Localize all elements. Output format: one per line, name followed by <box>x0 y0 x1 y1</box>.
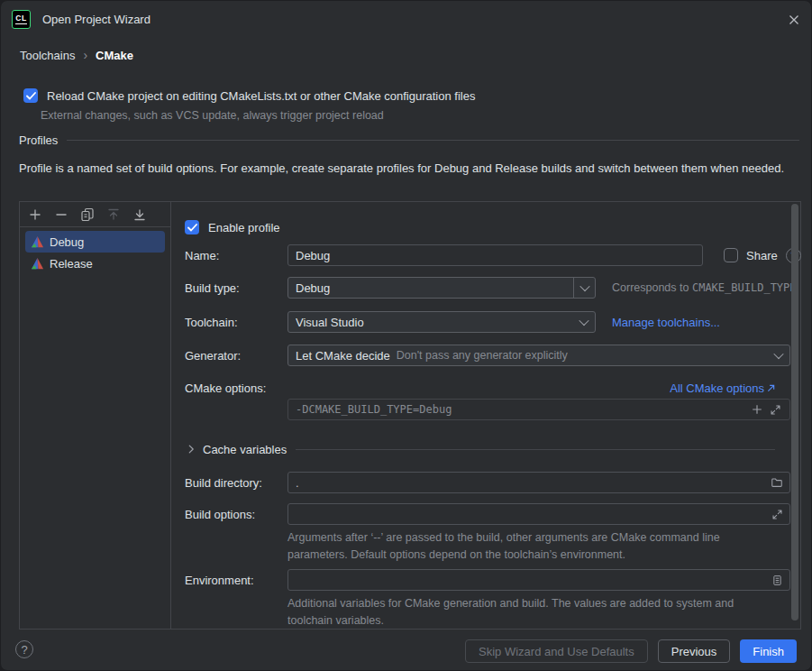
titlebar: CL Open Project Wizard <box>1 1 811 37</box>
share-group: Share ? <box>724 248 801 263</box>
generator-select[interactable]: Let CMake decide Don't pass any generato… <box>287 345 790 366</box>
skip-wizard-button[interactable]: Skip Wizard and Use Defaults <box>465 639 648 663</box>
cache-variables-row[interactable]: Cache variables <box>185 438 775 460</box>
build-options-label: Build options: <box>185 503 274 525</box>
enable-profile-label: Enable profile <box>208 221 280 234</box>
build-type-row: Build type: Debug Corresponds to CMAKE_B… <box>185 277 800 299</box>
reload-cmake-hint: External changes, such as VCS update, al… <box>41 109 384 122</box>
all-cmake-options-link[interactable]: All CMake options <box>670 381 775 395</box>
enable-profile-checkbox[interactable] <box>185 220 199 234</box>
profiles-group-divider <box>67 140 799 141</box>
add-profile-icon[interactable] <box>27 207 43 223</box>
build-options-hint: Arguments after ‘--’ are passed to the b… <box>287 529 743 564</box>
name-row: Name: Share ? <box>185 244 800 266</box>
environment-input[interactable] <box>287 569 790 591</box>
clion-logo-icon: CL <box>12 10 31 29</box>
external-link-icon <box>767 384 775 392</box>
open-project-wizard-dialog: CL Open Project Wizard Toolchains › CMak… <box>0 0 812 671</box>
environment-hint: Additional variables for CMake generatio… <box>287 595 743 630</box>
generator-label: Generator: <box>185 345 274 366</box>
build-directory-value: . <box>296 476 768 490</box>
build-options-input[interactable] <box>287 503 790 525</box>
expand-icon[interactable] <box>768 505 786 523</box>
clion-logo-text: CL <box>15 14 26 24</box>
manage-toolchains-link[interactable]: Manage toolchains... <box>612 316 720 329</box>
environment-row: Environment: <box>185 569 800 591</box>
finish-button[interactable]: Finish <box>740 639 797 663</box>
profile-item-label: Debug <box>50 235 84 249</box>
build-type-hint: Corresponds to CMAKE_BUILD_TYPE <box>612 281 797 294</box>
close-icon[interactable] <box>786 12 802 28</box>
chevron-down-icon <box>768 345 789 365</box>
build-directory-input[interactable]: . <box>287 472 790 493</box>
cmake-icon <box>31 257 44 271</box>
cmake-options-input[interactable]: -DCMAKE_BUILD_TYPE=Debug <box>287 399 790 420</box>
move-down-icon[interactable] <box>132 207 148 223</box>
profile-form: Enable profile Name: Share ? Build type:… <box>171 202 800 629</box>
cmake-icon <box>31 235 44 249</box>
cache-variables-divider <box>296 449 775 450</box>
variables-list-icon[interactable] <box>768 571 786 589</box>
toolchain-select[interactable]: Visual Studio <box>287 311 596 333</box>
environment-label: Environment: <box>185 569 274 591</box>
profiles-list: Debug Release <box>20 227 170 274</box>
profiles-list-column: Debug Release <box>20 202 171 629</box>
build-directory-label: Build directory: <box>185 472 274 493</box>
remove-profile-icon[interactable] <box>53 207 69 223</box>
move-up-icon[interactable] <box>105 207 122 223</box>
folder-icon[interactable] <box>768 473 786 492</box>
cmake-options-header: CMake options: All CMake options <box>185 377 775 399</box>
profiles-toolbar <box>20 202 170 227</box>
panel-scrollbar[interactable] <box>791 204 798 620</box>
profiles-description: Profile is a named set of build options.… <box>19 160 799 178</box>
toolchain-value: Visual Studio <box>296 316 573 329</box>
expand-icon[interactable] <box>766 400 784 418</box>
cmake-options-label: CMake options: <box>185 381 266 395</box>
breadcrumb-toolchains[interactable]: Toolchains <box>20 49 75 62</box>
toolchain-row: Toolchain: Visual Studio Manage toolchai… <box>185 311 800 333</box>
share-checkbox[interactable] <box>724 248 738 262</box>
generator-value-hint: Don't pass any generator explicitly <box>397 349 768 362</box>
previous-button[interactable]: Previous <box>658 639 731 663</box>
reload-cmake-checkbox[interactable] <box>23 88 38 103</box>
breadcrumb-separator: › <box>83 48 87 62</box>
chevron-down-icon <box>573 278 595 298</box>
breadcrumb: Toolchains › CMake <box>20 48 133 62</box>
chevron-down-icon <box>573 312 595 332</box>
add-option-icon[interactable] <box>748 400 766 418</box>
build-type-value: Debug <box>296 281 573 295</box>
chevron-right-icon <box>185 443 197 455</box>
cache-variables-label: Cache variables <box>203 443 287 456</box>
build-directory-row: Build directory: . <box>185 472 800 493</box>
profiles-panel: Debug Release Enable profil <box>19 201 801 630</box>
profiles-group-header: Profiles <box>19 133 799 147</box>
enable-profile-row: Enable profile <box>185 216 280 238</box>
name-label: Name: <box>185 244 274 266</box>
generator-row: Generator: Let CMake decide Don't pass a… <box>185 345 800 366</box>
help-icon[interactable]: ? <box>15 640 33 658</box>
generator-value: Let CMake decide <box>296 349 390 363</box>
breadcrumb-cmake: CMake <box>96 49 133 62</box>
build-type-label: Build type: <box>185 277 274 299</box>
footer-buttons: Skip Wizard and Use Defaults Previous Fi… <box>465 639 797 663</box>
toolchain-label: Toolchain: <box>185 311 274 333</box>
reload-cmake-row: Reload CMake project on editing CMakeLis… <box>23 88 475 103</box>
build-type-select[interactable]: Debug <box>287 277 596 299</box>
profile-item-debug[interactable]: Debug <box>25 231 165 253</box>
window-title: Open Project Wizard <box>42 13 151 26</box>
profile-item-label: Release <box>50 257 93 271</box>
build-options-row: Build options: <box>185 503 800 525</box>
profile-item-release[interactable]: Release <box>25 253 165 274</box>
name-input[interactable] <box>287 244 703 266</box>
reload-cmake-label: Reload CMake project on editing CMakeLis… <box>47 89 475 103</box>
cmake-options-value: -DCMAKE_BUILD_TYPE=Debug <box>296 403 748 416</box>
profiles-group-title: Profiles <box>19 133 58 147</box>
share-label: Share <box>746 249 778 262</box>
duplicate-profile-icon[interactable] <box>79 207 96 223</box>
